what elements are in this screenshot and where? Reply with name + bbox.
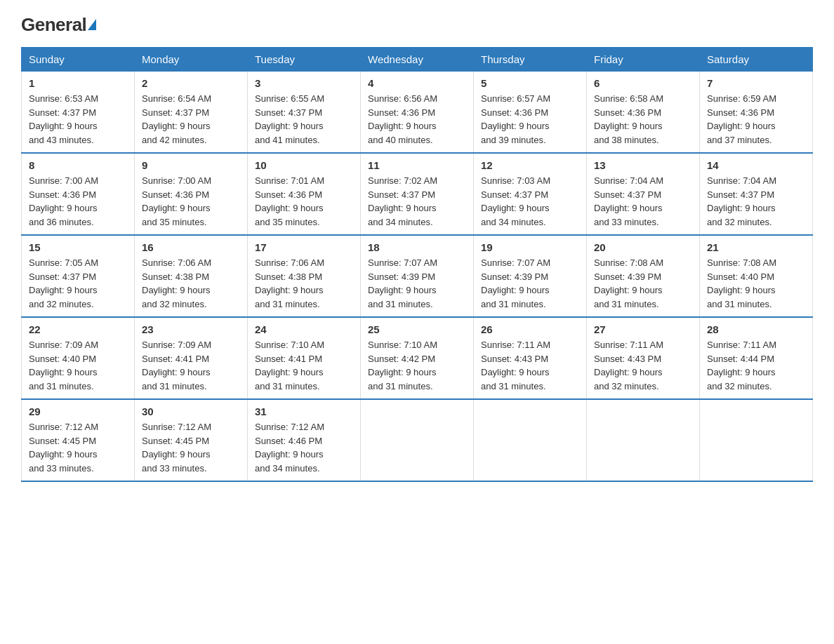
calendar-day-cell: 3 Sunrise: 6:55 AM Sunset: 4:37 PM Dayli… (248, 72, 361, 154)
day-info: Sunrise: 7:12 AM Sunset: 4:46 PM Dayligh… (255, 420, 353, 475)
day-number: 12 (481, 159, 579, 171)
calendar-week-row: 15 Sunrise: 7:05 AM Sunset: 4:37 PM Dayl… (22, 235, 813, 317)
calendar-day-cell: 18 Sunrise: 7:07 AM Sunset: 4:39 PM Dayl… (361, 235, 474, 317)
calendar-day-cell: 17 Sunrise: 7:06 AM Sunset: 4:38 PM Dayl… (248, 235, 361, 317)
header-monday: Monday (135, 48, 248, 72)
day-number: 4 (368, 77, 466, 89)
calendar-day-cell: 19 Sunrise: 7:07 AM Sunset: 4:39 PM Dayl… (474, 235, 587, 317)
day-number: 16 (142, 241, 240, 253)
day-info: Sunrise: 6:55 AM Sunset: 4:37 PM Dayligh… (255, 92, 353, 147)
day-info: Sunrise: 7:11 AM Sunset: 4:43 PM Dayligh… (594, 338, 692, 393)
header-wednesday: Wednesday (361, 48, 474, 72)
day-info: Sunrise: 7:08 AM Sunset: 4:39 PM Dayligh… (594, 256, 692, 311)
calendar-day-cell: 24 Sunrise: 7:10 AM Sunset: 4:41 PM Dayl… (248, 317, 361, 399)
day-number: 7 (707, 77, 805, 89)
calendar-day-cell: 22 Sunrise: 7:09 AM Sunset: 4:40 PM Dayl… (22, 317, 135, 399)
day-number: 20 (594, 241, 692, 253)
day-info: Sunrise: 7:11 AM Sunset: 4:44 PM Dayligh… (707, 338, 805, 393)
day-info: Sunrise: 7:04 AM Sunset: 4:37 PM Dayligh… (707, 174, 805, 229)
logo-general-text: General (21, 14, 86, 36)
day-info: Sunrise: 7:03 AM Sunset: 4:37 PM Dayligh… (481, 174, 579, 229)
day-info: Sunrise: 7:11 AM Sunset: 4:43 PM Dayligh… (481, 338, 579, 393)
day-number: 5 (481, 77, 579, 89)
header-thursday: Thursday (474, 48, 587, 72)
calendar-day-cell: 27 Sunrise: 7:11 AM Sunset: 4:43 PM Dayl… (587, 317, 700, 399)
day-number: 17 (255, 241, 353, 253)
day-info: Sunrise: 6:56 AM Sunset: 4:36 PM Dayligh… (368, 92, 466, 147)
day-number: 28 (707, 323, 805, 335)
calendar-day-cell (474, 399, 587, 481)
calendar-day-cell: 6 Sunrise: 6:58 AM Sunset: 4:36 PM Dayli… (587, 72, 700, 154)
header-saturday: Saturday (700, 48, 813, 72)
day-info: Sunrise: 7:12 AM Sunset: 4:45 PM Dayligh… (29, 420, 127, 475)
calendar-day-cell: 15 Sunrise: 7:05 AM Sunset: 4:37 PM Dayl… (22, 235, 135, 317)
day-info: Sunrise: 6:53 AM Sunset: 4:37 PM Dayligh… (29, 92, 127, 147)
day-number: 29 (29, 405, 127, 417)
day-number: 1 (29, 77, 127, 89)
calendar-day-cell: 2 Sunrise: 6:54 AM Sunset: 4:37 PM Dayli… (135, 72, 248, 154)
calendar-week-row: 22 Sunrise: 7:09 AM Sunset: 4:40 PM Dayl… (22, 317, 813, 399)
calendar-day-cell: 20 Sunrise: 7:08 AM Sunset: 4:39 PM Dayl… (587, 235, 700, 317)
calendar-day-cell: 9 Sunrise: 7:00 AM Sunset: 4:36 PM Dayli… (135, 153, 248, 235)
calendar-day-cell: 25 Sunrise: 7:10 AM Sunset: 4:42 PM Dayl… (361, 317, 474, 399)
day-number: 23 (142, 323, 240, 335)
calendar-day-cell: 23 Sunrise: 7:09 AM Sunset: 4:41 PM Dayl… (135, 317, 248, 399)
day-number: 14 (707, 159, 805, 171)
logo: General (21, 14, 96, 33)
calendar-week-row: 8 Sunrise: 7:00 AM Sunset: 4:36 PM Dayli… (22, 153, 813, 235)
day-info: Sunrise: 7:05 AM Sunset: 4:37 PM Dayligh… (29, 256, 127, 311)
day-info: Sunrise: 6:57 AM Sunset: 4:36 PM Dayligh… (481, 92, 579, 147)
day-info: Sunrise: 7:09 AM Sunset: 4:40 PM Dayligh… (29, 338, 127, 393)
day-info: Sunrise: 7:10 AM Sunset: 4:41 PM Dayligh… (255, 338, 353, 393)
day-number: 21 (707, 241, 805, 253)
calendar-day-cell (361, 399, 474, 481)
day-info: Sunrise: 6:54 AM Sunset: 4:37 PM Dayligh… (142, 92, 240, 147)
calendar-day-cell: 16 Sunrise: 7:06 AM Sunset: 4:38 PM Dayl… (135, 235, 248, 317)
day-number: 19 (481, 241, 579, 253)
calendar-day-cell: 5 Sunrise: 6:57 AM Sunset: 4:36 PM Dayli… (474, 72, 587, 154)
day-info: Sunrise: 7:00 AM Sunset: 4:36 PM Dayligh… (142, 174, 240, 229)
day-info: Sunrise: 7:07 AM Sunset: 4:39 PM Dayligh… (481, 256, 579, 311)
calendar-day-cell: 10 Sunrise: 7:01 AM Sunset: 4:36 PM Dayl… (248, 153, 361, 235)
day-info: Sunrise: 7:08 AM Sunset: 4:40 PM Dayligh… (707, 256, 805, 311)
day-info: Sunrise: 7:07 AM Sunset: 4:39 PM Dayligh… (368, 256, 466, 311)
day-number: 6 (594, 77, 692, 89)
calendar-day-cell: 7 Sunrise: 6:59 AM Sunset: 4:36 PM Dayli… (700, 72, 813, 154)
day-info: Sunrise: 7:10 AM Sunset: 4:42 PM Dayligh… (368, 338, 466, 393)
calendar-header-row: SundayMondayTuesdayWednesdayThursdayFrid… (22, 48, 813, 72)
calendar-day-cell: 1 Sunrise: 6:53 AM Sunset: 4:37 PM Dayli… (22, 72, 135, 154)
day-info: Sunrise: 7:06 AM Sunset: 4:38 PM Dayligh… (255, 256, 353, 311)
calendar-day-cell: 14 Sunrise: 7:04 AM Sunset: 4:37 PM Dayl… (700, 153, 813, 235)
calendar-week-row: 29 Sunrise: 7:12 AM Sunset: 4:45 PM Dayl… (22, 399, 813, 481)
day-number: 31 (255, 405, 353, 417)
day-number: 26 (481, 323, 579, 335)
calendar-day-cell: 31 Sunrise: 7:12 AM Sunset: 4:46 PM Dayl… (248, 399, 361, 481)
day-number: 11 (368, 159, 466, 171)
calendar-day-cell: 11 Sunrise: 7:02 AM Sunset: 4:37 PM Dayl… (361, 153, 474, 235)
calendar-table: SundayMondayTuesdayWednesdayThursdayFrid… (21, 47, 813, 482)
day-info: Sunrise: 7:00 AM Sunset: 4:36 PM Dayligh… (29, 174, 127, 229)
day-info: Sunrise: 7:09 AM Sunset: 4:41 PM Dayligh… (142, 338, 240, 393)
day-number: 22 (29, 323, 127, 335)
day-number: 2 (142, 77, 240, 89)
day-number: 13 (594, 159, 692, 171)
calendar-day-cell: 21 Sunrise: 7:08 AM Sunset: 4:40 PM Dayl… (700, 235, 813, 317)
calendar-day-cell: 29 Sunrise: 7:12 AM Sunset: 4:45 PM Dayl… (22, 399, 135, 481)
calendar-day-cell: 13 Sunrise: 7:04 AM Sunset: 4:37 PM Dayl… (587, 153, 700, 235)
header-tuesday: Tuesday (248, 48, 361, 72)
calendar-day-cell: 30 Sunrise: 7:12 AM Sunset: 4:45 PM Dayl… (135, 399, 248, 481)
day-number: 25 (368, 323, 466, 335)
header-friday: Friday (587, 48, 700, 72)
calendar-week-row: 1 Sunrise: 6:53 AM Sunset: 4:37 PM Dayli… (22, 72, 813, 154)
day-info: Sunrise: 7:02 AM Sunset: 4:37 PM Dayligh… (368, 174, 466, 229)
day-number: 9 (142, 159, 240, 171)
day-number: 24 (255, 323, 353, 335)
day-info: Sunrise: 7:04 AM Sunset: 4:37 PM Dayligh… (594, 174, 692, 229)
day-number: 3 (255, 77, 353, 89)
calendar-day-cell (700, 399, 813, 481)
day-number: 15 (29, 241, 127, 253)
day-info: Sunrise: 7:12 AM Sunset: 4:45 PM Dayligh… (142, 420, 240, 475)
day-number: 30 (142, 405, 240, 417)
logo-triangle-icon (88, 19, 96, 30)
page-header: General (21, 14, 813, 33)
